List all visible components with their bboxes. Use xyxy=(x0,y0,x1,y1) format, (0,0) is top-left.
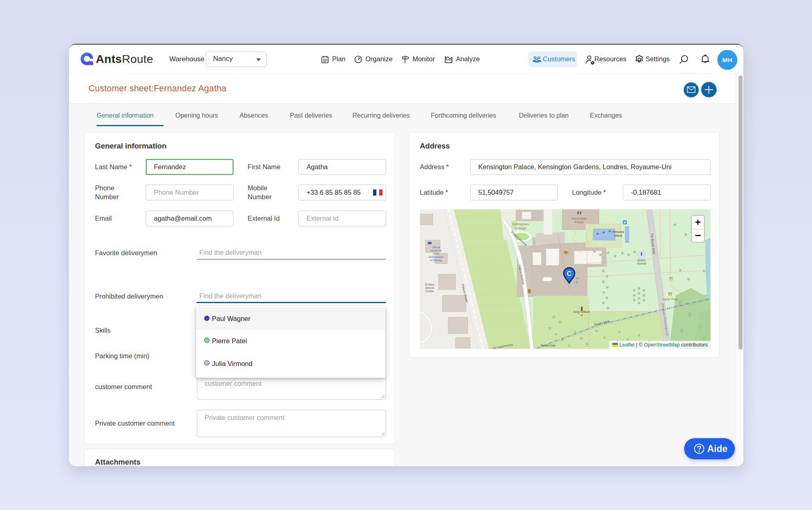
svg-text:St Mary: St Mary xyxy=(425,283,435,286)
svg-text:Official: Official xyxy=(432,246,440,249)
svg-text:Centre: Centre xyxy=(425,290,434,293)
svg-text:Cottage: Cottage xyxy=(515,226,527,230)
svg-text:Palace: Palace xyxy=(575,220,584,224)
svg-text:P: P xyxy=(624,221,626,225)
svg-text:on: on xyxy=(576,276,579,280)
svg-text:of the: of the xyxy=(433,252,440,255)
svg-text:Princess: Princess xyxy=(613,230,624,234)
svg-text:Victoria: Victoria xyxy=(637,262,646,265)
svg-text:of Norway: of Norway xyxy=(430,259,442,262)
svg-text:C: C xyxy=(567,270,572,278)
svg-text:Nottingham: Nottingham xyxy=(512,222,529,226)
svg-text:residence: residence xyxy=(430,249,442,252)
svg-text:Diana: Diana xyxy=(614,234,622,237)
svg-text:Ambassador: Ambassador xyxy=(429,256,444,258)
svg-text:III: III xyxy=(581,314,583,317)
svg-text:StudioGate: StudioGate xyxy=(540,344,556,347)
svg-text:Kensington: Kensington xyxy=(572,217,587,220)
svg-text:ce: ce xyxy=(574,280,578,284)
svg-text:Abbots: Abbots xyxy=(425,286,434,289)
svg-text:King William: King William xyxy=(573,310,590,314)
svg-text:Queen: Queen xyxy=(637,259,646,262)
svg-text:Hyde Park: Hyde Park xyxy=(663,297,678,301)
